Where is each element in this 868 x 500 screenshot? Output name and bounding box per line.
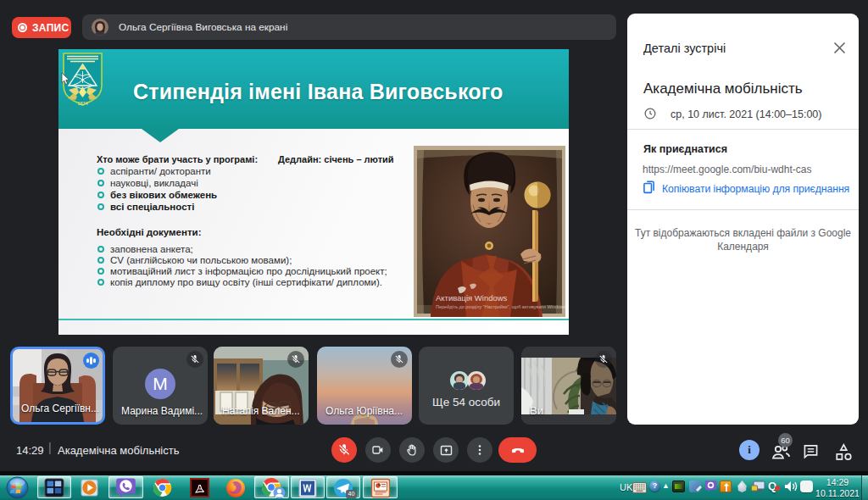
svg-text:1874: 1874	[77, 101, 87, 106]
svg-text:Перейдіть до розділу "Настройк: Перейдіть до розділу "Настройки", щоб ак…	[436, 304, 565, 309]
svg-text:Активація Windows: Активація Windows	[436, 293, 508, 303]
